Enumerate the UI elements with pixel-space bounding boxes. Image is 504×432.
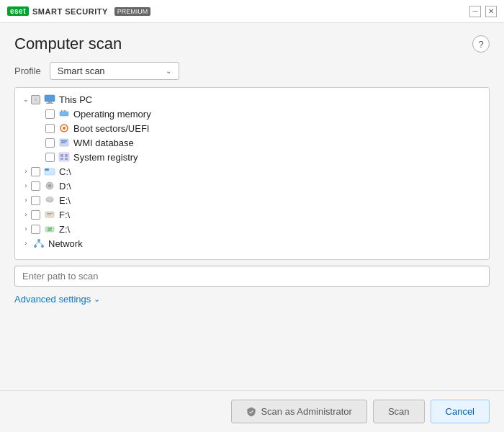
advanced-settings-label: Advanced settings [14, 294, 91, 305]
svg-rect-26 [47, 213, 53, 214]
cancel-label: Cancel [446, 406, 474, 417]
tree-label-f-drive: F:\ [59, 210, 70, 220]
expand-f-icon[interactable]: › [21, 210, 31, 220]
page-title: Computer scan [14, 35, 122, 53]
chevron-down-icon: ⌄ [94, 294, 100, 304]
svg-rect-27 [47, 215, 51, 215]
profile-selected-value: Smart scan [58, 66, 105, 76]
tree-checkbox-e-drive[interactable] [31, 196, 40, 205]
tree-checkbox-this-pc[interactable]: ▫ [31, 95, 40, 104]
scan-as-admin-button[interactable]: Scan as Administrator [231, 400, 366, 423]
tree-item-d-drive[interactable]: › D:\ [18, 179, 486, 193]
tree-label-operating-memory: Operating memory [73, 109, 151, 120]
svg-rect-19 [45, 168, 49, 171]
registry-icon [58, 151, 71, 163]
profile-dropdown[interactable]: Smart scan ⌄ [50, 62, 179, 80]
svg-line-33 [39, 242, 42, 245]
close-button[interactable]: ✕ [485, 6, 497, 17]
network-icon [32, 238, 45, 249]
svg-point-24 [46, 197, 53, 202]
tree-item-system-registry[interactable]: System registry [18, 150, 486, 164]
path-input[interactable] [14, 266, 490, 287]
svg-rect-16 [60, 158, 63, 160]
tree-item-c-drive[interactable]: › C:\ [18, 164, 486, 179]
scan-label: Scan [388, 406, 410, 417]
tree-label-wmi-database: WMI database [73, 138, 134, 148]
svg-rect-2 [46, 103, 53, 104]
memory-icon [58, 108, 71, 120]
tree-checkbox-system-registry[interactable] [45, 153, 55, 162]
tree-item-boot-sectors[interactable]: Boot sectors/UEFI [18, 121, 486, 135]
titlebar-controls: ─ ✕ [469, 6, 497, 17]
d-drive-icon [43, 180, 56, 192]
tree-label-z-drive: Z:\ [59, 224, 70, 235]
tree-label-d-drive: D:\ [59, 181, 71, 192]
svg-rect-12 [61, 143, 66, 144]
tree-checkbox-operating-memory[interactable] [45, 109, 55, 119]
tree-item-operating-memory[interactable]: Operating memory [18, 107, 486, 121]
svg-rect-7 [66, 110, 66, 112]
tree-item-this-pc[interactable]: ⌄ ▫ This PC [18, 92, 486, 107]
svg-rect-1 [48, 102, 52, 103]
main-content: Computer scan ? Profile Smart scan ⌄ ⌄ ▫… [0, 23, 504, 432]
path-input-row [14, 266, 490, 287]
svg-rect-17 [65, 158, 68, 160]
svg-rect-6 [64, 110, 65, 112]
titlebar: eset SMART SECURITY PREMIUM ─ ✕ [0, 0, 504, 23]
svg-point-30 [34, 245, 37, 248]
expand-network-icon[interactable]: › [21, 238, 31, 248]
e-drive-icon [43, 194, 56, 206]
tree-label-network: Network [48, 238, 83, 249]
shield-icon [246, 407, 256, 417]
svg-rect-4 [61, 110, 62, 112]
expand-c-icon[interactable]: › [21, 166, 31, 176]
scan-button[interactable]: Scan [373, 400, 425, 423]
advanced-settings-row: Advanced settings ⌄ [0, 289, 504, 312]
expand-e-icon[interactable]: › [21, 195, 31, 205]
tree-panel[interactable]: ⌄ ▫ This PC Operating memory Bo [14, 87, 490, 260]
advanced-settings-link[interactable]: Advanced settings ⌄ [14, 294, 100, 305]
expand-z-icon[interactable]: › [21, 224, 31, 234]
svg-rect-5 [63, 110, 63, 112]
tree-item-z-drive[interactable]: › Z:\ [18, 222, 486, 236]
profile-row: Profile Smart scan ⌄ [0, 62, 504, 87]
svg-rect-14 [60, 154, 63, 157]
profile-label: Profile [14, 66, 41, 76]
svg-point-31 [41, 245, 44, 248]
tree-item-f-drive[interactable]: › F:\ [18, 207, 486, 222]
expand-d-icon[interactable]: › [21, 181, 31, 191]
expand-icon[interactable]: ⌄ [21, 94, 31, 104]
tree-checkbox-f-drive[interactable] [31, 210, 40, 220]
tree-checkbox-c-drive[interactable] [31, 167, 40, 176]
header: Computer scan ? [0, 23, 504, 62]
boot-icon [58, 122, 71, 134]
tree-checkbox-z-drive[interactable] [31, 225, 40, 234]
svg-rect-0 [45, 95, 55, 102]
z-drive-icon [43, 223, 56, 235]
tree-label-c-drive: C:\ [59, 166, 71, 177]
premium-badge: PREMIUM [114, 7, 151, 16]
tree-checkbox-wmi-database[interactable] [45, 138, 55, 148]
minimize-button[interactable]: ─ [469, 6, 481, 17]
c-drive-icon [43, 166, 56, 177]
tree-label-e-drive: E:\ [59, 195, 71, 206]
svg-rect-3 [60, 112, 68, 116]
tree-label-boot-sectors: Boot sectors/UEFI [73, 123, 149, 134]
svg-rect-15 [65, 154, 68, 157]
titlebar-logo: eset SMART SECURITY PREMIUM [7, 6, 469, 16]
tree-item-network[interactable]: › Network [18, 236, 486, 251]
tree-label-this-pc: This PC [59, 94, 92, 105]
computer-icon [43, 94, 56, 105]
svg-point-9 [63, 127, 66, 130]
help-button[interactable]: ? [472, 35, 490, 53]
wmi-icon [58, 137, 71, 148]
tree-item-e-drive[interactable]: › E:\ [18, 193, 486, 207]
tree-checkbox-d-drive[interactable] [31, 181, 40, 191]
scan-admin-label: Scan as Administrator [261, 406, 351, 417]
chevron-down-icon: ⌄ [166, 67, 171, 75]
svg-line-32 [35, 242, 39, 245]
svg-point-22 [49, 185, 50, 186]
tree-item-wmi-database[interactable]: WMI database [18, 135, 486, 150]
tree-checkbox-boot-sectors[interactable] [45, 124, 55, 133]
cancel-button[interactable]: Cancel [431, 400, 490, 423]
